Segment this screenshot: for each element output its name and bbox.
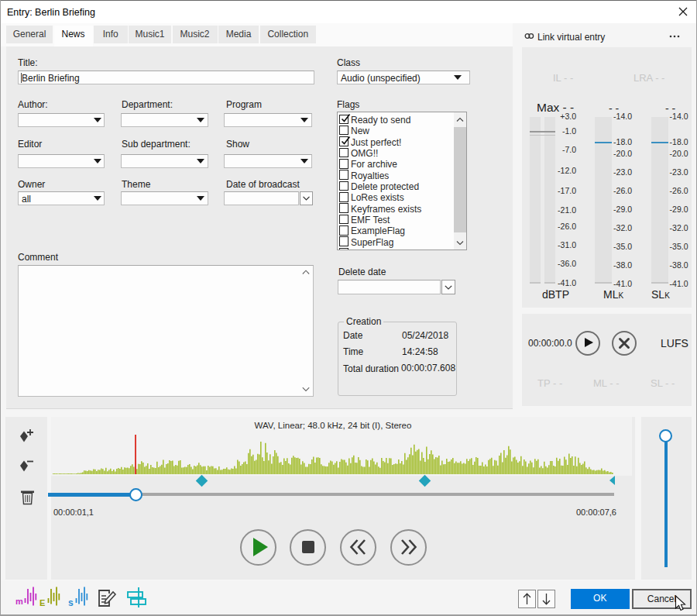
- svg-text:s: s: [68, 597, 74, 608]
- svg-text:m: m: [15, 597, 23, 606]
- svg-text:E: E: [39, 598, 45, 607]
